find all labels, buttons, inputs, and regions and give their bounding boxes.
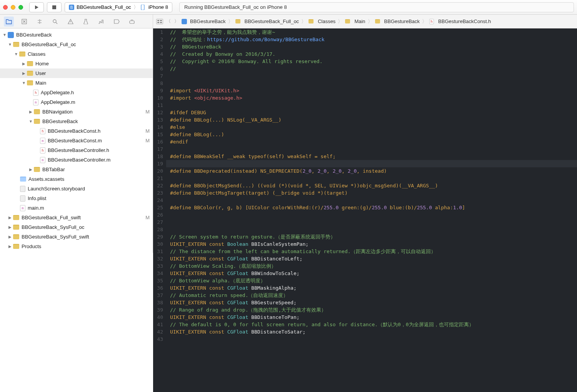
tree-row-folder[interactable]: ▶ BBGestureBack_SysFull_swift <box>0 232 153 242</box>
svg-point-5 <box>53 20 56 23</box>
forward-button[interactable]: 〉 <box>173 18 179 24</box>
issue-navigator-icon[interactable] <box>65 17 75 27</box>
tree-row-file[interactable]: Info.plist <box>0 193 153 203</box>
tree-label: AppDelegate.m <box>41 99 150 105</box>
tree-row-file[interactable]: m BBGestureBaseController.m <box>0 155 153 165</box>
disclosure-triangle[interactable]: ▼ <box>22 81 26 85</box>
jump-bar[interactable]: 〈 〉 BBGestureBack 〉 BBGestureBack_Full_o… <box>153 15 577 28</box>
folder-icon <box>34 119 40 124</box>
run-button[interactable] <box>29 2 44 12</box>
tree-row-project[interactable]: ▼ BBGestureBack <box>0 30 153 40</box>
tree-row-folder[interactable]: ▶ BBNavigation M <box>0 107 153 117</box>
activity-status: Running BBGestureBack_Full_oc on iPhone … <box>179 2 574 12</box>
test-navigator-icon[interactable] <box>81 17 91 27</box>
tree-row-folder[interactable]: ▶ User <box>0 68 153 78</box>
tree-row-folder[interactable]: ▶ BBGestureBack_Full_swift M <box>0 213 153 222</box>
code-line: // Screen system to return gesture.（是否屏蔽… <box>166 233 577 240</box>
disclosure-triangle[interactable]: ▼ <box>2 33 7 37</box>
code-line: #ifdef DEBUG <box>166 109 577 116</box>
report-navigator-icon[interactable] <box>127 17 137 27</box>
close-window-button[interactable] <box>3 5 8 10</box>
tree-row-folder[interactable]: ▼ Classes <box>0 49 153 59</box>
project-navigator[interactable]: ▼ BBGestureBack ▼ BBGestureBack_Full_oc … <box>0 28 153 253</box>
scheme-selector[interactable]: B BBGestureBack_Full_oc 〉 iPhone 8 <box>65 2 172 12</box>
line-number: 29 <box>153 233 166 240</box>
m-file-icon: m <box>40 138 45 144</box>
disclosure-triangle[interactable]: ▶ <box>8 215 12 220</box>
code-line <box>166 102 577 109</box>
related-items-icon[interactable] <box>156 19 163 24</box>
code-editor[interactable]: 1// 希望您的举手之劳，能为我点颗赞，谢谢~ 2// 代码地址：https:/… <box>153 28 577 392</box>
folder-icon <box>27 71 33 76</box>
tree-row-folder[interactable]: ▶ Products <box>0 242 153 251</box>
navigator-selector-bar <box>0 15 153 28</box>
disclosure-triangle[interactable]: ▶ <box>8 235 12 239</box>
disclosure-triangle[interactable]: ▶ <box>28 167 33 172</box>
tree-label: AppDelegate.h <box>41 90 150 95</box>
disclosure-triangle[interactable]: ▼ <box>14 52 18 56</box>
line-number: 11 <box>153 102 166 109</box>
breadcrumb-item[interactable]: hBBGestureBackConst.h <box>429 18 491 24</box>
tree-row-file[interactable]: Assets.xcassets <box>0 174 153 184</box>
back-button[interactable]: 〈 <box>165 18 171 24</box>
tree-row-file[interactable]: m AppDelegate.m <box>0 97 153 107</box>
stop-button[interactable] <box>47 2 62 12</box>
tree-row-folder[interactable]: ▶ BBGestureBack_SysFull_oc <box>0 222 153 232</box>
tree-row-file[interactable]: h AppDelegate.h <box>0 88 153 97</box>
tree-row-folder[interactable]: ▼ BBGestureBack <box>0 117 153 126</box>
disclosure-triangle[interactable]: ▶ <box>28 110 33 114</box>
line-number: 9 <box>153 87 166 94</box>
code-line: // <box>166 65 577 72</box>
line-number: 35 <box>153 277 166 284</box>
code-line: // The default is 0, 0 for full screen r… <box>166 321 577 328</box>
tree-row-file[interactable]: LaunchScreen.storyboard <box>0 184 153 193</box>
breadcrumb-item[interactable]: Classes <box>309 18 335 24</box>
tree-row-folder[interactable]: ▶ Home <box>0 59 153 68</box>
svg-text:B: B <box>70 5 73 10</box>
project-navigator-icon[interactable] <box>4 17 14 27</box>
zoom-window-button[interactable] <box>18 5 23 10</box>
disclosure-triangle[interactable]: ▼ <box>28 119 33 123</box>
debug-navigator-icon[interactable] <box>96 17 106 27</box>
tree-label: Assets.xcassets <box>28 176 150 182</box>
disclosure-triangle[interactable]: ▶ <box>22 62 26 66</box>
breakpoint-navigator-icon[interactable] <box>112 17 122 27</box>
find-navigator-icon[interactable] <box>50 17 60 27</box>
folder-icon <box>13 215 19 220</box>
disclosure-triangle[interactable]: ▼ <box>8 42 12 47</box>
tree-row-file[interactable]: m BBGestureBackConst.m M <box>0 136 153 145</box>
scheme-name: BBGestureBack_Full_oc <box>77 4 131 10</box>
disclosure-triangle[interactable]: ▶ <box>22 71 26 75</box>
breadcrumb-item[interactable]: BBGestureBack <box>375 18 420 24</box>
disclosure-triangle[interactable]: ▶ <box>8 244 12 249</box>
scm-modified-indicator: M <box>145 215 150 220</box>
tree-row-folder[interactable]: ▼ BBGestureBack_Full_oc <box>0 40 153 49</box>
tree-label: Home <box>35 61 150 67</box>
plist-file-icon <box>20 195 25 202</box>
svg-rect-0 <box>52 5 56 9</box>
tree-row-folder[interactable]: ▼ Main <box>0 78 153 88</box>
svg-rect-10 <box>160 22 162 23</box>
device-icon <box>141 5 146 10</box>
tree-row-file[interactable]: h BBGestureBaseController.h <box>0 145 153 155</box>
code-line <box>166 160 577 167</box>
breadcrumb-item[interactable]: BBGestureBack <box>182 18 226 24</box>
source-control-navigator-icon[interactable] <box>19 17 29 27</box>
editor-area: 〈 〉 BBGestureBack 〉 BBGestureBack_Full_o… <box>153 15 577 392</box>
code-line: UIKIT_EXTERN const CGFloat BBDistanceToL… <box>166 255 577 262</box>
status-text: Running BBGestureBack_Full_oc on iPhone … <box>184 4 287 10</box>
breadcrumb-item[interactable]: Main <box>345 18 365 24</box>
disclosure-triangle[interactable]: ▶ <box>8 225 12 229</box>
minimize-window-button[interactable] <box>11 5 15 10</box>
h-file-icon: h <box>40 147 45 153</box>
folder-icon <box>13 234 19 239</box>
tree-row-file[interactable]: h BBGestureBackConst.h M <box>0 126 153 136</box>
tree-label: Info.plist <box>28 195 150 201</box>
tree-label: BBGestureBack_SysFull_swift <box>22 234 150 240</box>
code-line: // BottomView Scaling.（底层缩放比例） <box>166 262 577 270</box>
tree-row-file[interactable]: m main.m <box>0 203 153 213</box>
breadcrumb-item[interactable]: BBGestureBack_Full_oc <box>235 18 299 24</box>
tree-row-folder[interactable]: ▶ BBTabBar <box>0 165 153 174</box>
symbol-navigator-icon[interactable] <box>35 17 45 27</box>
line-number: 24 <box>153 197 166 204</box>
